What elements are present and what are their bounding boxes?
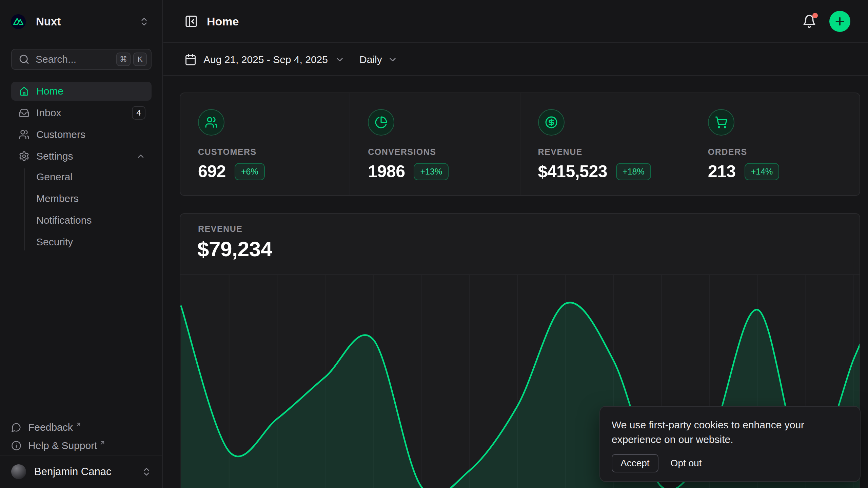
notifications-button[interactable] (802, 14, 816, 28)
sidebar-subitem-security[interactable]: Security (36, 233, 152, 250)
accept-button[interactable]: Accept (612, 454, 658, 472)
plus-icon (834, 15, 846, 27)
workspace-switcher[interactable]: Nuxt (11, 12, 149, 32)
sidebar-item-help-support[interactable]: Help & Support (11, 436, 152, 455)
stat-delta-badge: +6% (235, 163, 265, 180)
info-icon (11, 441, 21, 451)
granularity-label: Daily (359, 54, 382, 65)
granularity-select[interactable]: Daily (359, 43, 398, 76)
sidebar-divider (0, 455, 162, 455)
arrow-up-right-icon (99, 440, 106, 446)
date-range-label: Aug 21, 2025 - Sep 4, 2025 (203, 54, 328, 65)
sidebar-item-label: Home (36, 85, 63, 97)
stat-label: CUSTOMERS (198, 147, 350, 157)
date-range-picker[interactable]: Aug 21, 2025 - Sep 4, 2025 (184, 43, 345, 76)
cookie-banner: We use first-party cookies to enhance yo… (599, 406, 861, 482)
page-title: Home (207, 15, 239, 28)
search-icon (19, 54, 29, 65)
chart-title: REVENUE (198, 224, 242, 234)
search-input[interactable] (36, 54, 114, 65)
avatar (11, 464, 26, 479)
panel-left-close-icon (184, 15, 198, 28)
pie-chart-icon (375, 116, 388, 129)
sidebar-item-feedback[interactable]: Feedback (11, 418, 152, 436)
search-box[interactable]: ⌘ K (11, 49, 152, 70)
kbd-cmd: ⌘ (116, 53, 131, 66)
cookie-message: We use first-party cookies to enhance yo… (612, 418, 848, 447)
message-circle-icon (11, 422, 21, 432)
user-menu[interactable]: Benjamin Canac (11, 460, 152, 484)
inbox-count-badge: 4 (132, 106, 145, 120)
stat-conversions[interactable]: CONVERSIONS 1986 +13% (350, 93, 519, 195)
add-button[interactable] (829, 11, 850, 32)
stat-revenue[interactable]: REVENUE $415,523 +18% (520, 93, 690, 195)
users-icon (19, 129, 29, 140)
page-header: Home (163, 0, 868, 43)
home-icon (19, 86, 29, 97)
settings-subnav: General Members Notifications Security (24, 168, 152, 250)
sidebar-item-home[interactable]: Home (11, 82, 152, 101)
chevron-down-icon (388, 55, 398, 65)
opt-out-button[interactable]: Opt out (671, 458, 702, 469)
arrow-up-right-icon (75, 421, 82, 428)
sidebar-item-customers[interactable]: Customers (11, 125, 152, 144)
sidebar-item-label: Customers (36, 129, 85, 140)
notification-dot (812, 13, 818, 18)
stat-value: 692 (198, 162, 226, 181)
stat-label: REVENUE (538, 147, 690, 157)
stat-customers[interactable]: CUSTOMERS 692 +6% (180, 93, 350, 195)
chart-total-value: $79,234 (197, 237, 272, 261)
filter-toolbar: Aug 21, 2025 - Sep 4, 2025 Daily (163, 43, 868, 76)
stat-label: ORDERS (708, 147, 860, 157)
calendar-icon (184, 54, 197, 66)
stat-value: 213 (708, 162, 736, 181)
user-name: Benjamin Canac (34, 466, 111, 478)
sidebar: Nuxt ⌘ K Home Inbox 4 Customers Settings (0, 0, 163, 488)
gear-icon (19, 151, 29, 162)
chevron-up-down-icon (141, 467, 152, 477)
stat-delta-badge: +14% (745, 163, 780, 180)
stat-value: $415,523 (538, 162, 608, 181)
kbd-k: K (133, 53, 147, 66)
sidebar-item-label: Feedback (28, 422, 73, 433)
stat-label: CONVERSIONS (368, 147, 519, 157)
collapse-sidebar-button[interactable] (184, 15, 198, 28)
sidebar-item-settings[interactable]: Settings (11, 147, 152, 166)
shopping-cart-icon (715, 116, 728, 129)
inbox-icon (19, 107, 29, 118)
sidebar-item-label: Settings (36, 150, 73, 162)
chevron-up-down-icon (139, 17, 149, 27)
nuxt-logo-icon (11, 14, 26, 29)
chevron-down-icon (335, 55, 345, 65)
dollar-circle-icon (545, 116, 558, 129)
sidebar-nav: Home Inbox 4 Customers Settings General … (11, 82, 152, 255)
sidebar-footer: Feedback Help & Support (11, 418, 152, 455)
sidebar-subitem-members[interactable]: Members (36, 190, 152, 207)
sidebar-item-label: Inbox (36, 107, 61, 119)
sidebar-item-inbox[interactable]: Inbox 4 (11, 103, 152, 122)
sidebar-subitem-general[interactable]: General (36, 168, 152, 185)
workspace-name: Nuxt (36, 15, 61, 28)
stat-value: 1986 (368, 162, 405, 181)
sidebar-item-label: Help & Support (28, 440, 97, 451)
stat-orders[interactable]: ORDERS 213 +14% (690, 93, 860, 195)
stat-delta-badge: +13% (414, 163, 449, 180)
stat-delta-badge: +18% (616, 163, 651, 180)
users-icon (205, 116, 218, 129)
sidebar-subitem-notifications[interactable]: Notifications (36, 212, 152, 229)
chevron-up-icon (136, 151, 145, 161)
stats-card: CUSTOMERS 692 +6% CONVERSIONS 1986 +13% … (180, 93, 860, 196)
